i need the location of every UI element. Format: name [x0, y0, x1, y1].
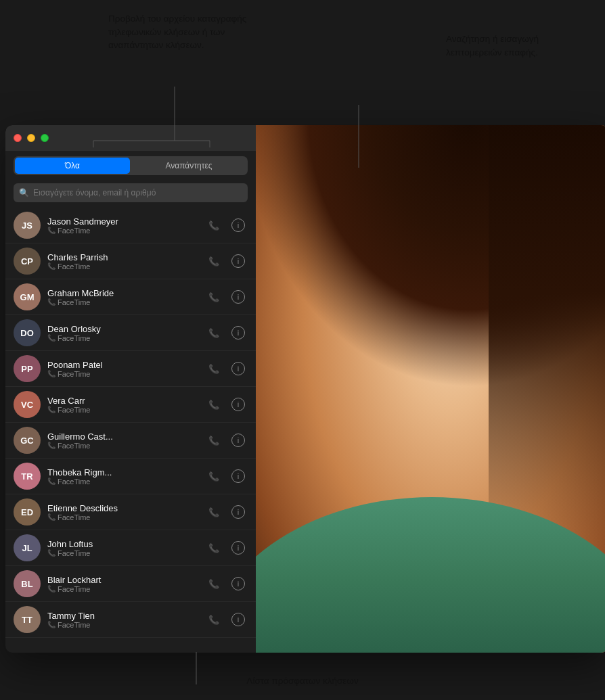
- call-button[interactable]: 📞: [204, 467, 223, 486]
- info-button[interactable]: i: [229, 467, 248, 486]
- contact-row[interactable]: GC Guillermo Cast... 📞 FaceTime 📞 i: [5, 423, 256, 459]
- call-button[interactable]: 📞: [204, 395, 223, 414]
- annotation-top-left: Προβολή του αρχείου καταγραφής τηλεφωνικ…: [108, 12, 257, 52]
- contact-name: Guillermo Cast...: [47, 431, 198, 442]
- contact-subtitle: 📞 FaceTime: [47, 585, 198, 593]
- call-button[interactable]: 📞: [204, 359, 223, 378]
- info-icon: i: [231, 613, 245, 626]
- minimize-button[interactable]: [27, 134, 35, 142]
- contact-row[interactable]: BL Blair Lockhart 📞 FaceTime 📞 i: [5, 566, 256, 602]
- info-icon: i: [231, 326, 245, 340]
- contact-info: Blair Lockhart 📞 FaceTime: [47, 575, 198, 593]
- call-icon: 📞: [208, 471, 219, 482]
- contact-info: Tammy Tien 📞 FaceTime: [47, 611, 198, 629]
- contact-row[interactable]: VC Vera Carr 📞 FaceTime 📞 i: [5, 387, 256, 423]
- contact-row[interactable]: DO Dean Orlosky 📞 FaceTime 📞 i: [5, 315, 256, 351]
- contact-name: Graham McBride: [47, 288, 198, 298]
- info-button[interactable]: i: [229, 287, 248, 306]
- contact-row[interactable]: ED Etienne Desclides 📞 FaceTime 📞 i: [5, 494, 256, 530]
- contact-name: Poonam Patel: [47, 360, 198, 370]
- row-actions: 📞 i: [204, 323, 248, 342]
- contact-row[interactable]: GM Graham McBride 📞 FaceTime 📞 i: [5, 279, 256, 315]
- call-button[interactable]: 📞: [204, 252, 223, 271]
- contact-name: Blair Lockhart: [47, 575, 198, 585]
- contact-subtitle: 📞 FaceTime: [47, 513, 198, 521]
- contact-row[interactable]: PP Poonam Patel 📞 FaceTime 📞 i: [5, 351, 256, 387]
- contact-info: Guillermo Cast... 📞 FaceTime: [47, 431, 198, 450]
- call-button[interactable]: 📞: [204, 503, 223, 521]
- row-actions: 📞 i: [204, 467, 248, 486]
- row-actions: 📞 i: [204, 216, 248, 235]
- close-button[interactable]: [14, 134, 22, 142]
- phone-icon: 📞: [47, 227, 55, 234]
- call-button[interactable]: 📞: [204, 431, 223, 450]
- search-input[interactable]: [33, 188, 242, 197]
- call-button[interactable]: 📞: [204, 538, 223, 557]
- row-actions: 📞 i: [204, 503, 248, 521]
- contact-info: Etienne Desclides 📞 FaceTime: [47, 503, 198, 521]
- row-actions: 📞 i: [204, 574, 248, 593]
- contact-row[interactable]: TR Thobeka Rigm... 📞 FaceTime 📞 i: [5, 459, 256, 494]
- info-button[interactable]: i: [229, 574, 248, 593]
- segment-control: Όλα Αναπάντητες: [14, 156, 248, 175]
- call-icon: 📞: [208, 615, 219, 625]
- contact-info: Dean Orlosky 📞 FaceTime: [47, 324, 198, 342]
- contact-name: Etienne Desclides: [47, 503, 198, 513]
- contact-row[interactable]: CP Charles Parrish 📞 FaceTime 📞 i: [5, 243, 256, 279]
- row-actions: 📞 i: [204, 395, 248, 414]
- phone-icon: 📞: [47, 513, 55, 521]
- segment-all-button[interactable]: Όλα: [15, 158, 130, 174]
- phone-icon: 📞: [47, 406, 55, 413]
- phone-icon: 📞: [47, 477, 55, 485]
- call-button[interactable]: 📞: [204, 323, 223, 342]
- call-icon: 📞: [208, 400, 219, 410]
- call-button[interactable]: 📞: [204, 610, 223, 629]
- call-button[interactable]: 📞: [204, 574, 223, 593]
- call-button[interactable]: 📞: [204, 287, 223, 306]
- phone-icon: 📞: [47, 621, 55, 628]
- annotation-bottom: Λίστα πρόσφατων κλήσεων: [167, 674, 438, 688]
- info-button[interactable]: i: [229, 431, 248, 450]
- person-face: [256, 125, 605, 653]
- right-panel: [256, 125, 605, 653]
- avatar: ED: [14, 498, 41, 526]
- call-icon: 📞: [208, 579, 219, 589]
- phone-icon: 📞: [47, 370, 55, 377]
- segment-missed-button[interactable]: Αναπάντητες: [131, 158, 246, 174]
- call-button[interactable]: 📞: [204, 216, 223, 235]
- contact-row[interactable]: TT Tammy Tien 📞 FaceTime 📞 i: [5, 602, 256, 638]
- contact-row[interactable]: JS Jason Sandmeyer 📞 FaceTime 📞 i: [5, 208, 256, 243]
- info-button[interactable]: i: [229, 538, 248, 557]
- maximize-button[interactable]: [41, 134, 49, 142]
- contact-name: Vera Carr: [47, 396, 198, 406]
- info-button[interactable]: i: [229, 216, 248, 235]
- contact-subtitle: 📞 FaceTime: [47, 442, 198, 450]
- info-icon: i: [231, 577, 245, 590]
- contact-info: Thobeka Rigm... 📞 FaceTime: [47, 467, 198, 486]
- contact-subtitle: 📞 FaceTime: [47, 549, 198, 557]
- contact-subtitle: 📞 FaceTime: [47, 621, 198, 629]
- avatar: VC: [14, 391, 41, 418]
- contact-name: Dean Orlosky: [47, 324, 198, 334]
- info-button[interactable]: i: [229, 252, 248, 271]
- contact-row[interactable]: JL John Loftus 📞 FaceTime 📞 i: [5, 530, 256, 566]
- info-button[interactable]: i: [229, 503, 248, 521]
- info-button[interactable]: i: [229, 610, 248, 629]
- contact-info: Jason Sandmeyer 📞 FaceTime: [47, 216, 198, 235]
- phone-icon: 📞: [47, 442, 55, 449]
- info-button[interactable]: i: [229, 395, 248, 414]
- info-icon: i: [231, 218, 245, 232]
- info-button[interactable]: i: [229, 359, 248, 378]
- avatar: PP: [14, 355, 41, 382]
- phone-icon: 📞: [47, 298, 55, 306]
- info-button[interactable]: i: [229, 323, 248, 342]
- row-actions: 📞 i: [204, 610, 248, 629]
- contact-name: Thobeka Rigm...: [47, 467, 198, 477]
- contact-info: Charles Parrish 📞 FaceTime: [47, 252, 198, 271]
- contact-name: Jason Sandmeyer: [47, 216, 198, 227]
- call-icon: 📞: [208, 220, 219, 231]
- row-actions: 📞 i: [204, 252, 248, 271]
- contact-subtitle: 📞 FaceTime: [47, 406, 198, 414]
- contact-name: Charles Parrish: [47, 252, 198, 262]
- info-icon: i: [231, 290, 245, 304]
